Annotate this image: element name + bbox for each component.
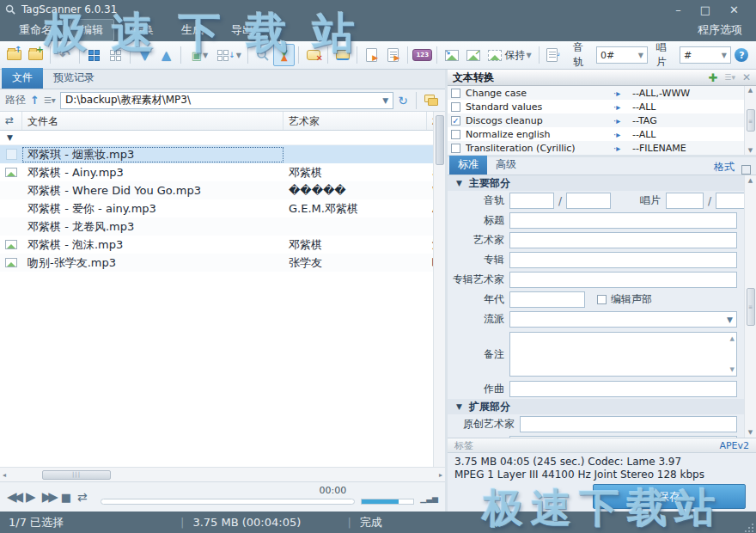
close-button[interactable]: ✕: [729, 3, 739, 16]
transform-checkbox[interactable]: ✓: [451, 116, 460, 126]
clear-tags-button[interactable]: ✕: [302, 44, 324, 66]
menu-rename[interactable]: 重命名: [9, 20, 63, 40]
table-row[interactable]: 邓紫棋 - 龙卷风.mp3: [0, 217, 433, 236]
play-file-button[interactable]: ▶: [361, 44, 382, 66]
export-cover-button[interactable]: ↗: [462, 44, 484, 66]
stop-button[interactable]: ■: [61, 491, 71, 504]
menu-edit[interactable]: 编辑: [70, 19, 114, 41]
title-input[interactable]: [509, 212, 737, 229]
scroll-up-icon[interactable]: ▲: [730, 335, 735, 342]
scrollbar-thumb[interactable]: ≡: [747, 288, 755, 326]
disc-total-input[interactable]: [716, 193, 744, 209]
transform-row[interactable]: ✓ Discogs cleanup ·▸ --TAG: [448, 113, 744, 127]
comment-textarea[interactable]: ▲▼: [509, 332, 737, 377]
genre-select[interactable]: ▼: [509, 311, 737, 328]
move-up-button[interactable]: ▲: [155, 44, 177, 66]
scroll-right-icon[interactable]: ▸: [439, 471, 442, 479]
transform-row[interactable]: Normalize english ·▸ --ALL: [448, 127, 744, 141]
tab-standard[interactable]: 标准: [449, 156, 487, 175]
table-row[interactable]: 邓紫棋 - 泡沫.mp3 邓紫棋 泡沫: [0, 236, 433, 254]
track-number-input[interactable]: [509, 193, 554, 209]
transform-checkbox[interactable]: [451, 144, 460, 153]
auto-number-button[interactable]: 123: [412, 44, 433, 66]
disc-number-input[interactable]: [666, 193, 704, 209]
folder-up-icon[interactable]: ↑: [30, 94, 40, 107]
scroll-down-icon[interactable]: ▼: [748, 429, 753, 436]
maximize-button[interactable]: □: [700, 3, 710, 16]
scroll-up-icon[interactable]: ▲: [748, 177, 753, 184]
tag-fields-scrollbar[interactable]: ▲ ≡ ▼: [744, 175, 756, 438]
folder-tree-icon[interactable]: [424, 95, 440, 107]
section-extended[interactable]: ▼扩展部分: [448, 399, 744, 414]
edit-parts-option[interactable]: 编辑声部: [597, 292, 652, 307]
previous-track-button[interactable]: ◀◀: [7, 489, 20, 505]
import-cover-button[interactable]: ↘: [441, 44, 462, 66]
seek-bar[interactable]: [101, 499, 356, 505]
menu-generate[interactable]: 生成: [171, 20, 214, 40]
tab-files[interactable]: 文件: [2, 68, 43, 89]
original-artist-input[interactable]: [520, 416, 737, 432]
minimize-button[interactable]: –: [675, 3, 681, 16]
composer-input[interactable]: [509, 381, 737, 397]
transform-checkbox[interactable]: [451, 102, 460, 112]
chevron-down-icon[interactable]: ▼: [382, 96, 388, 105]
table-row[interactable]: 邓紫琪 - 烟熏妆.mp3: [0, 145, 433, 163]
year-input[interactable]: [509, 291, 585, 308]
menu-program-options[interactable]: 程序选项: [698, 22, 747, 38]
undo-button[interactable]: ↶: [54, 44, 76, 66]
section-main[interactable]: ▼主要部分: [448, 175, 744, 191]
add-folder-button[interactable]: +: [25, 44, 46, 66]
title-column-header[interactable]: 标题: [427, 112, 433, 130]
transform-row[interactable]: Change case ·▸ --ALL,-WWW: [448, 86, 744, 100]
track-total-input[interactable]: [566, 193, 611, 209]
file-list-vertical-scrollbar[interactable]: [433, 112, 445, 467]
transform-scrollbar[interactable]: ▲ ≡ ▼: [744, 86, 756, 155]
resize-cover-button[interactable]: 保持▼: [484, 44, 535, 66]
scroll-up-icon[interactable]: ▲: [748, 87, 753, 94]
sort-button[interactable]: ↓▼: [215, 44, 245, 66]
scroll-down-icon[interactable]: ▼: [730, 366, 735, 373]
path-menu-icon[interactable]: ☰▾: [44, 95, 56, 105]
tag-type-link[interactable]: APEv2: [719, 440, 749, 451]
select-all-button[interactable]: [83, 44, 105, 66]
scrollbar-thumb[interactable]: |||: [42, 470, 111, 480]
album-input[interactable]: [509, 252, 737, 268]
transform-checkbox[interactable]: [451, 130, 460, 139]
selection-mode-button[interactable]: ▣▼: [185, 44, 215, 66]
resize-grip[interactable]: [744, 523, 754, 533]
artist-input[interactable]: [509, 232, 737, 248]
transform-row[interactable]: Standard values ·▸ --ALL: [448, 100, 744, 113]
disc-format-combo[interactable]: #▼: [680, 46, 731, 64]
tab-preview-log[interactable]: 预览记录: [43, 68, 105, 89]
repeat-button[interactable]: ⇄: [77, 490, 88, 504]
scroll-down-icon[interactable]: ▼: [748, 147, 753, 154]
table-row[interactable]: 吻别-张学友.mp3 张学友 吻别: [0, 254, 433, 272]
parent-folder-button[interactable]: ↑: [3, 44, 25, 66]
tab-advanced[interactable]: 高级: [487, 156, 525, 175]
help-button[interactable]: ?: [731, 44, 753, 66]
transform-checkbox[interactable]: [451, 89, 460, 98]
file-list-horizontal-scrollbar[interactable]: ◂ ||| ▸: [0, 467, 445, 481]
add-transform-icon[interactable]: ✚: [708, 71, 717, 84]
next-track-button[interactable]: ▶▶: [42, 489, 55, 505]
row-checkbox[interactable]: [6, 149, 17, 160]
format-link[interactable]: 格式: [714, 160, 741, 175]
album-artist-input[interactable]: [509, 272, 737, 288]
menu-process[interactable]: 转换: [121, 20, 164, 40]
scrollbar-thumb[interactable]: [436, 115, 444, 165]
scrollbar-thumb[interactable]: ≡: [747, 109, 755, 132]
table-row[interactable]: 邓紫棋 - 爱你 - ainy.mp3 G.E.M.邓紫棋 A: [0, 199, 433, 217]
shuffle-column-header[interactable]: ⇄: [0, 112, 22, 130]
edit-parts-checkbox[interactable]: [597, 295, 607, 304]
close-panel-icon[interactable]: ✕: [742, 71, 751, 83]
save-button[interactable]: 保存: [593, 484, 746, 509]
play-list-button[interactable]: ▶: [382, 44, 404, 66]
remix-input[interactable]: [509, 436, 737, 438]
artist-column-header[interactable]: 艺术家: [284, 112, 427, 130]
play-button[interactable]: ▶: [26, 489, 36, 505]
deselect-all-button[interactable]: [105, 44, 126, 66]
table-row[interactable]: 邓紫棋 - Where Did You Go.mp3 ����� Where: [0, 181, 433, 199]
menu-export[interactable]: 导出: [221, 20, 264, 40]
transform-row[interactable]: Transliteration (Cyrillic) ·▸ --FILENAME: [448, 141, 744, 155]
export-playlist-button[interactable]: ↵: [543, 44, 564, 66]
